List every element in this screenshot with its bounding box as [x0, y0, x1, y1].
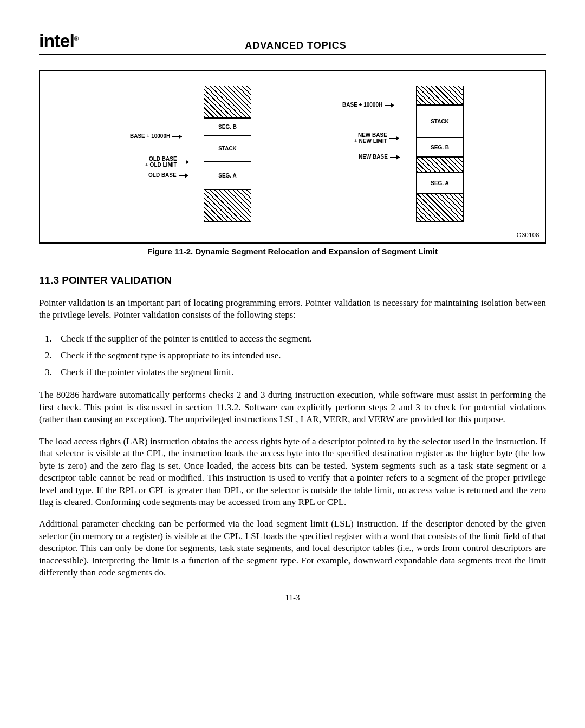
right-hatched-top	[416, 86, 464, 105]
figure-right-column: STACK SEG. B SEG. A	[416, 86, 464, 228]
figure-11-2: SEG. B STACK SEG. A BASE + 10000H OLD BA…	[39, 70, 546, 244]
left-label-base-10000h: BASE + 10000H	[130, 133, 170, 139]
right-label-base-10000h: BASE + 10000H	[342, 102, 382, 108]
validation-steps-list: Check if the supplier of the pointer is …	[39, 331, 546, 380]
page-header: intel® ADVANCED TOPICS	[39, 30, 546, 55]
left-label-old-base: OLD BASE	[148, 172, 177, 178]
left-hatched-bottom	[204, 189, 251, 222]
intel-logo: intel®	[39, 30, 78, 51]
right-seg-b: SEG. B	[416, 137, 464, 157]
figure-left-column: SEG. B STACK SEG. A	[204, 86, 251, 228]
paragraph-intro: Pointer validation is an important part …	[39, 297, 546, 322]
paragraph-lar: The load access rights (LAR) instruction…	[39, 436, 546, 509]
right-stack: STACK	[416, 105, 464, 137]
step-2: Check if the segment type is appropriate…	[54, 348, 546, 363]
section-heading: 11.3 POINTER VALIDATION	[39, 274, 546, 286]
registered-mark: ®	[74, 35, 78, 42]
step-1: Check if the supplier of the pointer is …	[54, 331, 546, 346]
left-seg-b: SEG. B	[204, 118, 251, 135]
right-label-new-base: NEW BASE	[359, 154, 388, 160]
left-seg-a: SEG. A	[204, 161, 251, 189]
paragraph-lsl: Additional parameter checking can be per…	[39, 518, 546, 579]
left-label-old-base-old-limit: OLD BASE + OLD LIMIT	[145, 156, 177, 168]
paragraph-hardware-checks: The 80286 hardware automatically perform…	[39, 389, 546, 425]
figure-caption: Figure 11-2. Dynamic Segment Relocation …	[39, 247, 546, 256]
step-3: Check if the pointer violates the segmen…	[54, 365, 546, 379]
right-hatched-bottom	[416, 194, 464, 222]
left-hatched-top	[204, 86, 251, 118]
right-hatched-mid	[416, 157, 464, 172]
page-number: 11-3	[39, 593, 546, 602]
page-title: ADVANCED TOPICS	[78, 40, 514, 51]
figure-code: G30108	[517, 232, 540, 238]
right-seg-a: SEG. A	[416, 172, 464, 194]
right-label-new-base-new-limit: NEW BASE + NEW LIMIT	[354, 132, 387, 144]
logo-text: intel	[39, 30, 74, 51]
left-stack: STACK	[204, 135, 251, 161]
